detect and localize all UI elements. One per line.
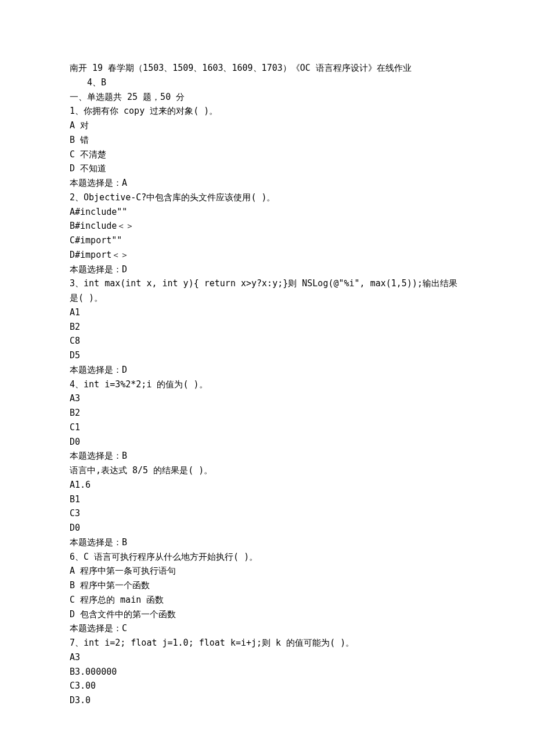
- option: D#import＜＞: [70, 248, 464, 262]
- option: D 包含文件中的第一个函数: [70, 607, 464, 622]
- option: A3: [70, 391, 464, 406]
- option: C8: [70, 334, 464, 348]
- option: C#import"": [70, 233, 464, 248]
- option: B3.000000: [70, 665, 464, 679]
- option: B 程序中第一个函数: [70, 578, 464, 593]
- section-header: 一、单选题共 25 题，50 分: [70, 90, 464, 105]
- option: D3.0: [70, 693, 464, 708]
- page-title: 南开 19 春学期（1503、1509、1603、1609、1703）《OC 语…: [70, 61, 464, 75]
- answer: 本题选择是：B: [70, 535, 464, 550]
- answer: 本题选择是：C: [70, 621, 464, 636]
- question-stem: 1、你拥有你 copy 过来的对象( )。: [70, 104, 464, 118]
- option: C 程序总的 main 函数: [70, 593, 464, 607]
- question-stem: 3、int max(int x, int y){ return x>y?x:y;…: [70, 276, 464, 305]
- option: D0: [70, 435, 464, 449]
- option: A1.6: [70, 478, 464, 492]
- answer: 本题选择是：D: [70, 262, 464, 277]
- answer: 本题选择是：A: [70, 176, 464, 190]
- option: B 错: [70, 133, 464, 147]
- question-stem: 语言中,表达式 8/5 的结果是( )。: [70, 463, 464, 478]
- option: C1: [70, 420, 464, 435]
- question-stem: 6、C 语言可执行程序从什么地方开始执行( )。: [70, 550, 464, 564]
- option: B2: [70, 406, 464, 420]
- option: D5: [70, 348, 464, 363]
- option: A 对: [70, 118, 464, 133]
- option: A3: [70, 650, 464, 665]
- option: C 不清楚: [70, 147, 464, 162]
- option: B2: [70, 320, 464, 334]
- option: D 不知道: [70, 161, 464, 176]
- question-stem: 4、int i=3%2*2;i 的值为( )。: [70, 377, 464, 392]
- option: C3: [70, 506, 464, 521]
- option: C3.00: [70, 679, 464, 693]
- option: A 程序中第一条可执行语句: [70, 564, 464, 578]
- answer: 本题选择是：B: [70, 449, 464, 463]
- question-stem: 7、int i=2; float j=1.0; float k=i+j;则 k …: [70, 636, 464, 650]
- option: B1: [70, 492, 464, 507]
- option: D0: [70, 521, 464, 535]
- page-subtitle: 4、B: [70, 75, 464, 90]
- option: A1: [70, 305, 464, 320]
- answer: 本题选择是：D: [70, 363, 464, 377]
- option: B#include＜＞: [70, 219, 464, 233]
- question-stem: 2、Objective-C?中包含库的头文件应该使用( )。: [70, 190, 464, 205]
- option: A#include"": [70, 205, 464, 219]
